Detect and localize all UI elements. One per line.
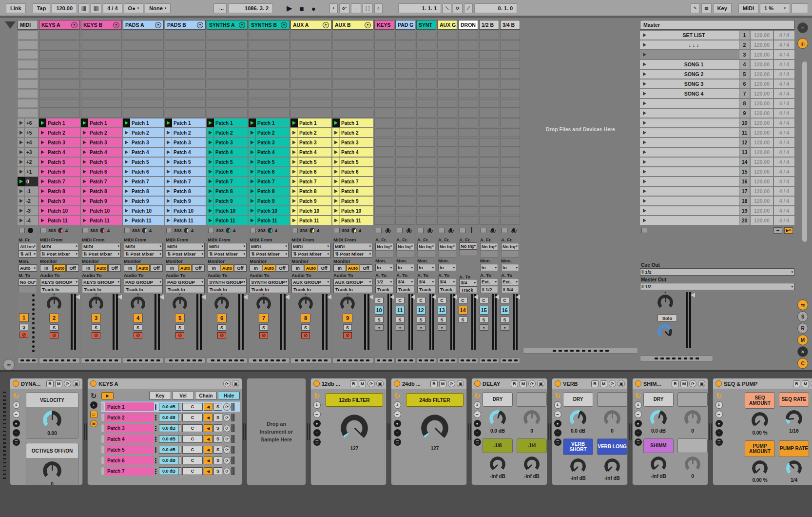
- scene-play-button[interactable]: [640, 160, 649, 164]
- clip-launch-button[interactable]: [39, 158, 46, 166]
- arm-button[interactable]: ⊘: [259, 332, 268, 338]
- session-clip[interactable]: Patch 4: [123, 148, 164, 157]
- master-crossfade-row[interactable]: [640, 356, 713, 361]
- empty-clip-slot[interactable]: [500, 109, 520, 118]
- scene-tempo[interactable]: 120.00: [751, 167, 773, 176]
- knob[interactable]: [570, 410, 586, 427]
- clip-launch-button[interactable]: [249, 158, 256, 166]
- track-header[interactable]: PADS B▾: [165, 20, 206, 30]
- clip-launch-button[interactable]: [249, 177, 256, 186]
- monitor-auto-button[interactable]: Auto: [53, 264, 66, 272]
- clip-launch-button[interactable]: [81, 177, 88, 186]
- solo-button[interactable]: S: [175, 324, 184, 331]
- scene-launch[interactable]: 8: [640, 99, 750, 108]
- device-power-icon[interactable]: ↻: [13, 392, 20, 399]
- chain-grip[interactable]: [101, 457, 104, 464]
- scene-tempo[interactable]: 120.00: [751, 187, 773, 196]
- fader-handle-icon[interactable]: [243, 295, 248, 299]
- session-clip[interactable]: Patch 2: [165, 128, 206, 137]
- empty-clip-slot[interactable]: [249, 31, 290, 40]
- clip-launch-button[interactable]: [207, 197, 214, 205]
- monitor-off-button[interactable]: Off: [150, 264, 163, 272]
- empty-clip-slot[interactable]: [416, 148, 436, 157]
- empty-clip-slot[interactable]: [500, 40, 520, 49]
- knob[interactable]: [684, 410, 701, 427]
- chain-grip[interactable]: [101, 435, 104, 443]
- session-clip[interactable]: Patch 6: [332, 167, 373, 176]
- chain-pan[interactable]: C: [182, 457, 203, 464]
- knob[interactable]: [214, 297, 229, 311]
- scene-launch[interactable]: ↓ ↓ ↓2: [640, 40, 750, 49]
- empty-clip-slot[interactable]: [395, 109, 415, 118]
- fader-handle-icon[interactable]: [327, 295, 331, 299]
- audio-to-dropdown[interactable]: 3/4▾: [396, 278, 414, 285]
- track-number[interactable]: 10: [375, 306, 384, 315]
- monitor-dropdown[interactable]: Auto▾: [19, 264, 37, 272]
- clip-launch-button[interactable]: [81, 197, 88, 205]
- empty-clip-slot[interactable]: [18, 80, 38, 88]
- midi-clip[interactable]: +6: [18, 119, 38, 127]
- clip-launch-button[interactable]: [249, 148, 256, 157]
- empty-clip-slot[interactable]: [123, 50, 164, 59]
- device-r-button[interactable]: R: [591, 380, 599, 387]
- scene-play-button[interactable]: [640, 92, 649, 96]
- midi-channel-dropdown[interactable]: ⇅ Post Mixer▾: [250, 250, 289, 258]
- crossfade-assign-button[interactable]: C: [459, 297, 467, 303]
- knob[interactable]: [651, 457, 666, 472]
- macro-remove-icon[interactable]: −: [635, 411, 642, 418]
- knob[interactable]: [786, 410, 802, 427]
- scene-row[interactable]: 17120.004 / 4: [640, 187, 794, 196]
- knob[interactable]: [752, 412, 768, 429]
- empty-clip-slot[interactable]: [332, 80, 373, 88]
- param-list-icon[interactable]: ☰: [313, 438, 321, 446]
- hot-swap-icon[interactable]: ⟳: [609, 380, 616, 387]
- scene-row[interactable]: ↓ ↓ ↓2120.004 / 4: [640, 40, 794, 49]
- empty-clip-slot[interactable]: [500, 60, 520, 69]
- device-power-icon[interactable]: ↻: [635, 392, 642, 399]
- clip-launch-button[interactable]: [18, 119, 25, 127]
- crossfade-assign-row[interactable]: [500, 358, 520, 363]
- knob[interactable]: [490, 457, 505, 472]
- monitor-in-button[interactable]: In: [208, 264, 220, 272]
- empty-clip-slot[interactable]: [416, 128, 436, 137]
- clip-launch-button[interactable]: [81, 128, 88, 137]
- scene-tempo-icon[interactable]: ▶≡: [784, 227, 793, 234]
- clip-launch-button[interactable]: [123, 177, 130, 186]
- fader-handle-icon[interactable]: [411, 295, 415, 299]
- empty-clip-slot[interactable]: [395, 148, 415, 157]
- scene-time-signature[interactable]: 4 / 4: [774, 99, 794, 108]
- session-clip[interactable]: Patch 3: [39, 138, 80, 147]
- crossfade-assign-row[interactable]: [332, 358, 373, 363]
- scene-play-button[interactable]: [640, 179, 649, 183]
- track-number[interactable]: 16: [501, 306, 509, 315]
- device-activator[interactable]: [715, 380, 722, 387]
- crossfade-assign-row[interactable]: [416, 358, 436, 363]
- scene-time-signature[interactable]: 4 / 4: [774, 109, 794, 118]
- empty-clip-slot[interactable]: [437, 148, 457, 157]
- empty-clip-slot[interactable]: [458, 89, 478, 98]
- empty-clip-slot[interactable]: [290, 99, 331, 108]
- session-clip[interactable]: Patch 11: [81, 216, 122, 225]
- midi-clip[interactable]: +1: [18, 167, 38, 176]
- fader-handle-icon[interactable]: [516, 295, 520, 299]
- clip-launch-button[interactable]: [249, 216, 256, 225]
- clip-launch-button[interactable]: [165, 187, 172, 196]
- clip-launch-button[interactable]: [290, 206, 298, 215]
- save-preset-icon[interactable]: ▣: [618, 380, 625, 387]
- quantize-menu[interactable]: None▾: [145, 3, 171, 13]
- empty-clip-slot[interactable]: [123, 80, 164, 88]
- track-fold-button[interactable]: ▾: [197, 22, 203, 28]
- device-power-icon[interactable]: ↻: [715, 392, 723, 399]
- session-clip[interactable]: Patch 7: [165, 177, 206, 186]
- empty-clip-slot[interactable]: [416, 197, 436, 205]
- map-mode-icon[interactable]: ●: [474, 420, 481, 427]
- midi-clip[interactable]: +5: [18, 128, 38, 137]
- empty-clip-slot[interactable]: [437, 177, 457, 186]
- empty-clip-slot[interactable]: [395, 216, 415, 225]
- clip-launch-button[interactable]: [39, 206, 46, 215]
- session-clip[interactable]: Patch 11: [290, 216, 331, 225]
- empty-clip-slot[interactable]: [500, 158, 520, 166]
- empty-clip-slot[interactable]: [39, 40, 80, 49]
- empty-clip-slot[interactable]: [458, 31, 478, 40]
- empty-clip-slot[interactable]: [374, 109, 394, 118]
